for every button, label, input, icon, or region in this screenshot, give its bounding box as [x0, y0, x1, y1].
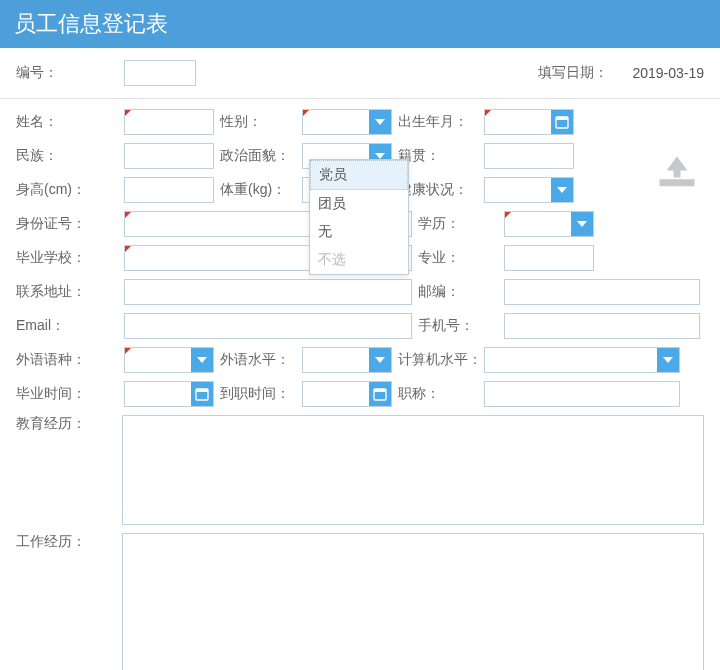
name-label: 姓名： — [16, 113, 124, 131]
ethnic-input[interactable] — [124, 143, 214, 169]
langlvl-label: 外语水平： — [214, 351, 302, 369]
gradschool-label: 毕业学校： — [16, 249, 124, 267]
height-input[interactable] — [124, 177, 214, 203]
email-input[interactable] — [124, 313, 412, 339]
zipcode-input[interactable] — [504, 279, 700, 305]
computer-select[interactable] — [484, 347, 680, 373]
fill-date-value: 2019-03-19 — [632, 65, 704, 81]
workexp-label: 工作经历： — [16, 533, 122, 551]
header-row: 编号： 填写日期： 2019-03-19 — [0, 48, 720, 99]
politics-option-party[interactable]: 党员 — [310, 160, 408, 190]
health-select[interactable] — [484, 177, 574, 203]
jointime-date-input[interactable] — [302, 381, 392, 407]
lang-select[interactable] — [124, 347, 214, 373]
politics-option-clear[interactable]: 不选 — [310, 246, 408, 274]
computer-label: 计算机水平： — [392, 351, 484, 369]
email-label: Email： — [16, 317, 124, 335]
address-label: 联系地址： — [16, 283, 124, 301]
weight-label: 体重(kg)： — [214, 181, 302, 199]
gender-select[interactable] — [302, 109, 392, 135]
major-label: 专业： — [412, 249, 504, 267]
calendar-icon — [191, 382, 213, 406]
eduexp-label: 教育经历： — [16, 415, 122, 433]
page-title-text: 员工信息登记表 — [14, 9, 168, 39]
edu-select[interactable] — [504, 211, 594, 237]
workexp-textarea[interactable] — [122, 533, 704, 670]
fill-date-label: 填写日期： — [538, 64, 608, 82]
jointime-label: 到职时间： — [214, 385, 302, 403]
langlvl-select[interactable] — [302, 347, 392, 373]
chevron-down-icon — [571, 212, 593, 236]
lang-label: 外语语种： — [16, 351, 124, 369]
mobile-input[interactable] — [504, 313, 700, 339]
gradtime-date-input[interactable] — [124, 381, 214, 407]
politics-dropdown[interactable]: 党员 团员 无 不选 — [309, 159, 409, 275]
ethnic-label: 民族： — [16, 147, 124, 165]
birth-label: 出生年月： — [392, 113, 484, 131]
calendar-icon — [551, 110, 573, 134]
chevron-down-icon — [551, 178, 573, 202]
name-input[interactable] — [124, 109, 214, 135]
id-label: 编号： — [16, 64, 124, 82]
address-input[interactable] — [124, 279, 412, 305]
native-input[interactable] — [484, 143, 574, 169]
chevron-down-icon — [369, 110, 391, 134]
politics-option-league[interactable]: 团员 — [310, 190, 408, 218]
chevron-down-icon — [657, 348, 679, 372]
edu-label: 学历： — [412, 215, 504, 233]
zipcode-label: 邮编： — [412, 283, 504, 301]
major-input[interactable] — [504, 245, 594, 271]
chevron-down-icon — [369, 348, 391, 372]
svg-rect-0 — [660, 179, 695, 186]
eduexp-textarea[interactable] — [122, 415, 704, 525]
gradtime-label: 毕业时间： — [16, 385, 124, 403]
jobtitle-label: 职称： — [392, 385, 484, 403]
upload-icon — [656, 153, 698, 188]
birth-date-input[interactable] — [484, 109, 574, 135]
idnum-label: 身份证号： — [16, 215, 124, 233]
svg-rect-6 — [196, 389, 208, 392]
gender-label: 性别： — [214, 113, 302, 131]
height-label: 身高(cm)： — [16, 181, 124, 199]
id-input[interactable] — [124, 60, 196, 86]
svg-rect-8 — [374, 389, 386, 392]
form-area: 姓名： 性别： 出生年月： 民族： 政治面貌： 籍贯： 身高(cm)： — [0, 99, 720, 670]
page-title: 员工信息登记表 — [0, 0, 720, 48]
mobile-label: 手机号： — [412, 317, 504, 335]
jobtitle-input[interactable] — [484, 381, 680, 407]
politics-label: 政治面貌： — [214, 147, 302, 165]
calendar-icon — [369, 382, 391, 406]
politics-option-none[interactable]: 无 — [310, 218, 408, 246]
svg-rect-2 — [556, 117, 568, 120]
chevron-down-icon — [191, 348, 213, 372]
upload-photo-button[interactable] — [656, 153, 698, 189]
